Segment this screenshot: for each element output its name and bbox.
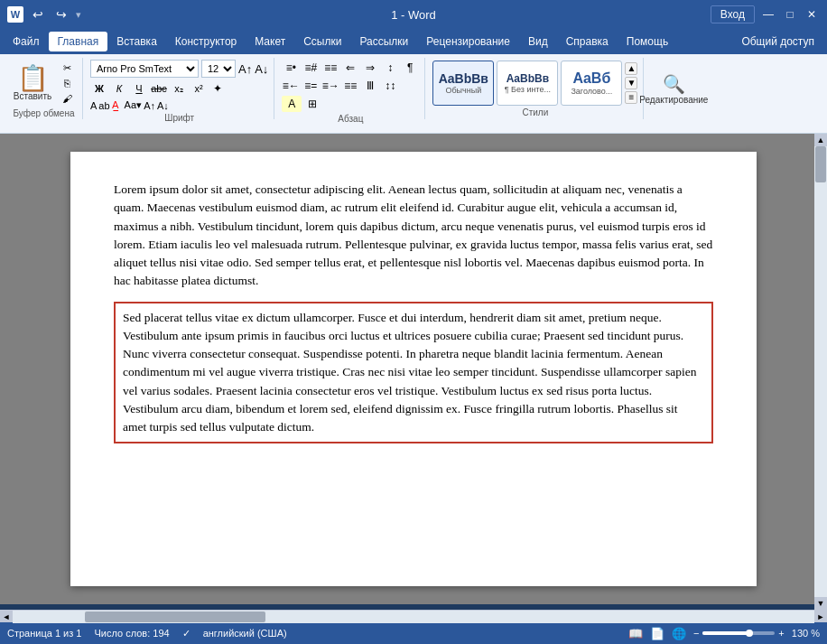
search-button[interactable]: 🔍 Редактирование xyxy=(653,68,694,109)
styles-content: AaBbВв Обычный AaBbВв ¶ Без инте... AaBб… xyxy=(432,60,637,106)
view-mode-layout-button[interactable]: 📄 xyxy=(650,627,664,640)
menu-help[interactable]: Справка xyxy=(557,32,618,51)
styles-down-button[interactable]: ▼ xyxy=(625,77,637,89)
copy-button[interactable]: ⎘ xyxy=(57,76,77,90)
italic-button[interactable]: К xyxy=(110,80,128,97)
style-normal-text: AaBbВв xyxy=(439,71,488,86)
bold-button[interactable]: Ж xyxy=(90,80,108,97)
scroll-down-button[interactable]: ▼ xyxy=(814,597,827,610)
language[interactable]: английский (США) xyxy=(203,628,287,639)
shading-button[interactable]: A xyxy=(282,96,302,112)
maximize-button[interactable]: □ xyxy=(782,6,798,23)
close-button[interactable]: ✕ xyxy=(804,6,820,23)
zoom-out-button[interactable]: − xyxy=(693,628,699,639)
line-spacing-button[interactable]: ↕↕ xyxy=(381,78,399,94)
clear-format-button[interactable]: ✦ xyxy=(213,82,222,95)
h-scroll-right-button[interactable]: ► xyxy=(814,611,827,623)
increase-font-button[interactable]: A↑ xyxy=(238,62,252,76)
border-button[interactable]: ⊞ xyxy=(303,96,321,112)
h-scroll-left-button[interactable]: ◄ xyxy=(0,611,13,623)
view-mode-read-button[interactable]: 📖 xyxy=(628,627,643,640)
login-button[interactable]: Вход xyxy=(711,5,755,23)
style-normal-label: Обычный xyxy=(445,86,481,95)
undo-button[interactable]: ↩ xyxy=(29,5,47,23)
style-heading-label: Заголово... xyxy=(571,87,612,96)
increase-size2-button[interactable]: А↑ xyxy=(144,100,155,111)
styles-up-button[interactable]: ▲ xyxy=(625,62,637,75)
menu-view[interactable]: Вид xyxy=(519,32,557,51)
menu-references[interactable]: Ссылки xyxy=(294,32,350,51)
clipboard-label: Буфер обмена xyxy=(14,108,75,118)
zoom-level[interactable]: 130 % xyxy=(792,628,820,639)
search-icon: 🔍 xyxy=(663,73,685,95)
style-normal-card[interactable]: AaBbВв Обычный xyxy=(432,61,494,106)
paragraph-2-selected[interactable]: Sed placerat tellus vitae ex dictum ulla… xyxy=(114,302,713,444)
style-nospace-card[interactable]: AaBbВв ¶ Без инте... xyxy=(497,61,558,106)
para-row2: ≡← ≡= ≡→ ≡≡ Ⅲ ↕↕ xyxy=(282,78,419,94)
font-size-select[interactable]: 12 xyxy=(201,60,236,78)
cut-button[interactable]: ✂ xyxy=(57,61,77,75)
styles-cards: AaBbВв Обычный AaBbВв ¶ Без инте... AaBб… xyxy=(432,61,622,106)
align-left-button[interactable]: ≡← xyxy=(282,78,300,94)
superscript-button[interactable]: x² xyxy=(190,80,208,97)
menu-mailings[interactable]: Рассылки xyxy=(350,32,417,51)
menu-file[interactable]: Файл xyxy=(4,32,49,51)
zoom-in-button[interactable]: + xyxy=(778,628,784,639)
decrease-font-button[interactable]: A↓ xyxy=(255,62,268,76)
view-mode-web-button[interactable]: 🌐 xyxy=(672,627,686,640)
word-count: Число слов: 194 xyxy=(94,628,169,639)
justify-button[interactable]: ≡≡ xyxy=(341,78,359,94)
bullets-button[interactable]: ≡• xyxy=(282,60,300,76)
highlight-button[interactable]: ab xyxy=(98,100,109,111)
format-painter-button[interactable]: 🖌 xyxy=(57,91,77,106)
menu-design[interactable]: Конструктор xyxy=(166,32,246,51)
font-family-select[interactable]: Arno Pro SmText xyxy=(90,60,199,78)
menu-home[interactable]: Главная xyxy=(49,32,108,51)
quick-access-more[interactable]: ▾ xyxy=(76,9,81,21)
menu-help2[interactable]: Помощь xyxy=(618,32,677,51)
style-heading-card[interactable]: AaBб Заголово... xyxy=(561,61,622,106)
menu-layout[interactable]: Макет xyxy=(246,32,294,51)
numbering-button[interactable]: ≡# xyxy=(302,60,320,76)
h-scroll-track xyxy=(13,611,814,623)
zoom-slider[interactable] xyxy=(702,631,775,635)
edit-label: Редактирование xyxy=(639,95,708,105)
zoom-bar: − + 130 % xyxy=(693,628,820,639)
align-center-button[interactable]: ≡= xyxy=(302,78,320,94)
scroll-thumb[interactable] xyxy=(815,146,826,182)
para-row3: A ⊞ xyxy=(282,96,419,112)
clipboard-small-buttons: ✂ ⎘ 🖌 xyxy=(57,61,77,106)
minimize-button[interactable]: — xyxy=(760,6,776,23)
menu-share[interactable]: Общий доступ xyxy=(732,32,823,51)
font-color-button[interactable]: A̲ xyxy=(112,99,119,111)
redo-button[interactable]: ↪ xyxy=(52,5,70,23)
font-content: Arno Pro SmText 12 A↑ A↓ Ж К Ч xyxy=(90,60,268,111)
style-nospace-text: AaBbВв xyxy=(506,72,549,85)
font-size-change-button[interactable]: Аа▾ xyxy=(125,99,143,111)
zoom-knob[interactable] xyxy=(746,630,753,637)
title-bar: W ↩ ↪ ▾ 1 - Word Вход — □ ✕ xyxy=(0,0,827,29)
text-effect-button[interactable]: A xyxy=(90,100,97,111)
subscript-button[interactable]: x₂ xyxy=(170,80,188,97)
para-row1: ≡• ≡# ≡≡ ⇐ ⇒ ↕ ¶ xyxy=(282,60,419,76)
scroll-up-button[interactable]: ▲ xyxy=(814,134,827,146)
paragraph-1[interactable]: Lorem ipsum dolor sit amet, consectetur … xyxy=(114,181,713,291)
align-right-button[interactable]: ≡→ xyxy=(321,78,339,94)
strikethrough-button[interactable]: abc xyxy=(150,80,168,97)
show-marks-button[interactable]: ¶ xyxy=(401,60,419,76)
menu-insert[interactable]: Вставка xyxy=(107,32,166,51)
h-scroll-thumb[interactable] xyxy=(85,611,265,622)
decrease-indent-button[interactable]: ⇐ xyxy=(341,60,359,76)
menu-review[interactable]: Рецензирование xyxy=(417,32,519,51)
underline-button[interactable]: Ч xyxy=(130,80,148,97)
spell-check-icon[interactable]: ✓ xyxy=(182,628,190,639)
sort-button[interactable]: ↕ xyxy=(381,60,399,76)
paste-button[interactable]: 📋 Вставить xyxy=(11,60,54,107)
columns-button[interactable]: Ⅲ xyxy=(361,78,379,94)
styles-more-button[interactable]: ≡ xyxy=(625,91,637,104)
styles-scroll: ▲ ▼ ≡ xyxy=(625,62,637,104)
multilevel-button[interactable]: ≡≡ xyxy=(321,60,339,76)
window-title: 1 - Word xyxy=(391,8,436,22)
decrease-size2-button[interactable]: А↓ xyxy=(157,100,169,111)
increase-indent-button[interactable]: ⇒ xyxy=(361,60,379,76)
